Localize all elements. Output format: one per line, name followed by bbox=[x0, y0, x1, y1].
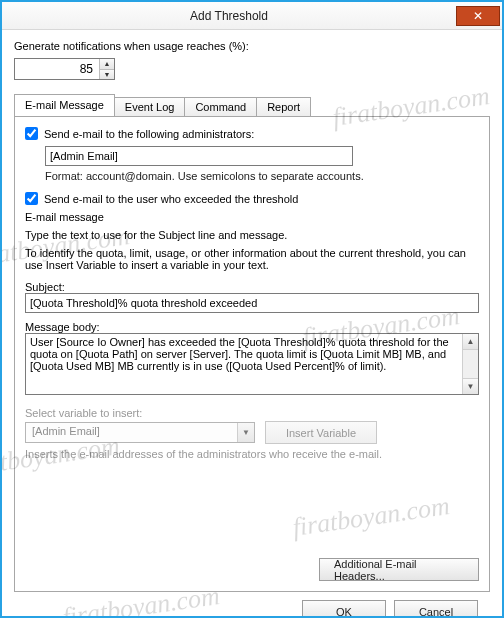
usage-label: Generate notifications when usage reache… bbox=[14, 40, 490, 52]
spin-up-icon[interactable]: ▲ bbox=[100, 59, 114, 70]
close-icon: ✕ bbox=[473, 10, 483, 22]
usage-input[interactable] bbox=[15, 59, 99, 79]
select-var-label: Select variable to insert: bbox=[25, 407, 479, 419]
tab-body-email: Send e-mail to the following administrat… bbox=[14, 116, 490, 592]
ok-button[interactable]: OK bbox=[302, 600, 386, 618]
subject-label: Subject: bbox=[25, 281, 479, 293]
send-admin-label: Send e-mail to the following administrat… bbox=[44, 128, 254, 140]
scroll-up-icon[interactable]: ▲ bbox=[463, 334, 478, 350]
scroll-track[interactable] bbox=[463, 350, 478, 378]
subject-input[interactable] bbox=[25, 293, 479, 313]
tab-email[interactable]: E-mail Message bbox=[14, 94, 115, 116]
send-user-label: Send e-mail to the user who exceeded the… bbox=[44, 193, 298, 205]
tabstrip: E-mail Message Event Log Command Report bbox=[14, 94, 490, 116]
tab-eventlog[interactable]: Event Log bbox=[114, 97, 186, 117]
body-textarea[interactable] bbox=[26, 334, 462, 394]
identify-hint: To identify the quota, limit, usage, or … bbox=[25, 247, 479, 271]
format-hint: Format: account@domain. Use semicolons t… bbox=[45, 170, 479, 182]
variable-footnote: Inserts the e-mail addresses of the admi… bbox=[25, 448, 479, 460]
insert-variable-button[interactable]: Insert Variable bbox=[265, 421, 377, 444]
variable-selected: [Admin Email] bbox=[26, 423, 237, 442]
tab-command[interactable]: Command bbox=[184, 97, 257, 117]
type-text-hint: Type the text to use for the Subject lin… bbox=[25, 229, 479, 241]
body-label: Message body: bbox=[25, 321, 479, 333]
titlebar: Add Threshold ✕ bbox=[2, 2, 502, 30]
send-admin-checkbox[interactable] bbox=[25, 127, 38, 140]
send-user-checkbox[interactable] bbox=[25, 192, 38, 205]
cancel-button[interactable]: Cancel bbox=[394, 600, 478, 618]
close-button[interactable]: ✕ bbox=[456, 6, 500, 26]
scroll-down-icon[interactable]: ▼ bbox=[463, 378, 478, 394]
chevron-down-icon[interactable]: ▼ bbox=[237, 423, 254, 442]
additional-headers-button[interactable]: Additional E-mail Headers... bbox=[319, 558, 479, 581]
body-box: ▲ ▼ bbox=[25, 333, 479, 395]
admin-email-input[interactable] bbox=[45, 146, 353, 166]
window-title: Add Threshold bbox=[2, 9, 456, 23]
body-scrollbar[interactable]: ▲ ▼ bbox=[462, 334, 478, 394]
variable-combo[interactable]: [Admin Email] ▼ bbox=[25, 422, 255, 443]
email-section-label: E-mail message bbox=[25, 211, 479, 223]
tab-report[interactable]: Report bbox=[256, 97, 311, 117]
spin-down-icon[interactable]: ▼ bbox=[100, 70, 114, 80]
usage-spinbox[interactable]: ▲ ▼ bbox=[14, 58, 115, 80]
